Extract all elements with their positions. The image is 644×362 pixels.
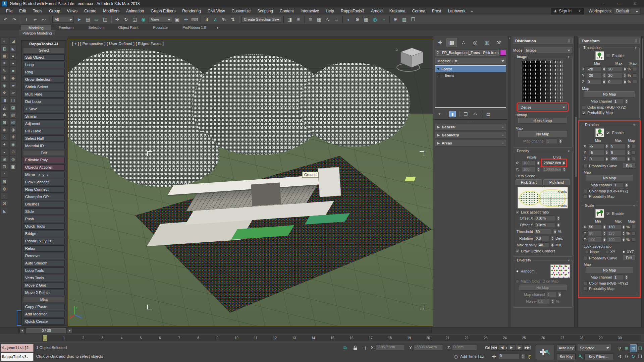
distribution-mode-dropdown[interactable]: Image	[524, 47, 572, 53]
lock-xy-radio[interactable]	[605, 250, 609, 254]
tool-icon[interactable]: ◫	[9, 97, 17, 104]
tool-icon[interactable]: ⊟	[1, 163, 8, 170]
select-and-link-icon[interactable]: ≀	[22, 15, 31, 23]
spinner[interactable]	[627, 150, 630, 155]
spinner[interactable]	[627, 156, 630, 162]
spinner[interactable]	[602, 73, 606, 78]
current-frame-field[interactable]: 0	[498, 353, 519, 359]
menu-tools[interactable]: Tools	[30, 7, 46, 15]
min-field[interactable]: 0	[588, 156, 604, 162]
coord-y-field[interactable]: -3308.454cm	[414, 345, 443, 350]
rollout-distribution[interactable]: Distribution ⠿	[513, 38, 573, 44]
render-production-icon[interactable]: ◍	[371, 15, 379, 23]
schematic-view-icon[interactable]: ⌗	[332, 15, 341, 23]
modify-tab[interactable]: ▩	[446, 38, 457, 47]
next-frame-arrow[interactable]: ▸	[67, 328, 72, 333]
previous-frame-arrow[interactable]: ◂	[19, 328, 25, 333]
group-collapse-icon[interactable]: »	[633, 124, 636, 126]
ribbon-tab-populate[interactable]: Populate	[146, 25, 175, 30]
tool-icon[interactable]: ◪	[9, 104, 17, 111]
tool-icon[interactable]: ◒	[1, 148, 8, 155]
min-field[interactable]: 80	[588, 231, 602, 236]
rappatools-button-loop-tools[interactable]: Loop Tools	[23, 267, 65, 274]
max-density-field[interactable]: 40	[538, 242, 549, 248]
max-field[interactable]: 120	[607, 231, 621, 236]
spinner[interactable]	[562, 167, 566, 172]
ribbon-tab-freeform[interactable]: Freeform	[51, 25, 81, 30]
redo-icon[interactable]: ↷	[10, 15, 18, 23]
spinner[interactable]	[521, 353, 525, 360]
tool-icon[interactable]: ◣	[1, 207, 8, 214]
tool-icon[interactable]: ▲	[9, 52, 17, 59]
tool-icon[interactable]: ◍	[1, 185, 8, 192]
rappatools-button-shrink-select[interactable]: Shrink Select	[23, 84, 65, 90]
rappatools-button-flow-connect[interactable]: Flow Connect	[23, 179, 65, 185]
tool-icon[interactable]: ⌂	[1, 133, 8, 140]
viewcube[interactable]: ⌂	[393, 45, 430, 76]
create-tab[interactable]: ✚	[435, 38, 445, 47]
tool-icon[interactable]: ⊞	[1, 156, 8, 163]
spinner[interactable]	[556, 216, 560, 221]
utilities-tab[interactable]: ⚒	[493, 38, 504, 47]
map-channel-field[interactable]: 1	[546, 138, 557, 144]
menu-rappatools3[interactable]: RappaTools3	[337, 7, 368, 15]
tool-icon[interactable]: ◨	[1, 97, 8, 104]
max-field[interactable]: 0	[607, 79, 622, 84]
go-to-end-button[interactable]: ▶▶|	[524, 344, 531, 351]
rotation-probability-curve-checkbox[interactable]	[584, 164, 588, 168]
time-slider-track[interactable]	[18, 328, 432, 333]
graphite-ribbon-icon[interactable]: ▦	[315, 15, 323, 23]
tool-icon[interactable]: ◎	[9, 126, 17, 133]
lock-none-radio[interactable]	[585, 250, 589, 254]
set-keys-button[interactable]: ✚	[536, 345, 554, 360]
tool-icon[interactable]: ◐	[1, 38, 8, 45]
select-and-move-icon[interactable]: ✛	[113, 15, 121, 23]
ribbon-tab-proribbon-1-0[interactable]: ProRibbon 1.0	[175, 25, 213, 30]
menu-views[interactable]: Views	[63, 7, 81, 15]
show-end-result-icon[interactable]: ▮	[449, 111, 456, 117]
mirror-icon[interactable]: ◨	[285, 15, 294, 23]
menu-create[interactable]: Create	[81, 7, 100, 15]
spinner[interactable]	[622, 231, 626, 236]
max-field[interactable]: 130	[607, 224, 621, 230]
min-field[interactable]: 0	[586, 79, 601, 84]
map-checkbox[interactable]	[633, 67, 637, 71]
spinner[interactable]	[603, 237, 606, 242]
coord-z-field[interactable]: 0.0cm	[452, 345, 477, 350]
diversity-map-button[interactable]: No Map	[519, 285, 567, 291]
modifier-list-dropdown[interactable]: Modifier List	[435, 58, 506, 64]
menu-content[interactable]: Content	[276, 7, 297, 15]
spinner[interactable]	[562, 160, 566, 166]
rotation-enable-checkbox[interactable]	[606, 131, 610, 135]
min-field[interactable]: 100	[588, 237, 602, 242]
pick-start-button[interactable]: Pick Start	[516, 179, 542, 185]
rappatools-button-similar[interactable]: Similar	[23, 113, 65, 120]
tool-icon[interactable]: ⊙	[9, 148, 17, 155]
density-y-units-field[interactable]: 10000.0cm	[542, 167, 561, 172]
ribbon-options-chevron-icon[interactable]: ▾	[213, 25, 222, 30]
maximize-button[interactable]: □	[616, 1, 621, 6]
select-object-icon[interactable]: ➤	[75, 15, 83, 23]
menu-modifiers[interactable]: Modifiers	[100, 7, 123, 15]
select-and-scale-icon[interactable]: ◱	[130, 15, 139, 23]
scale-probability-curve-checkbox[interactable]	[584, 256, 588, 260]
lock-xyz-radio[interactable]	[622, 250, 626, 254]
tool-icon[interactable]: ▱	[9, 89, 17, 96]
rappatools-button-material-id[interactable]: Material ID	[23, 143, 65, 149]
isolate-selection-icon[interactable]: ⧉	[341, 345, 349, 351]
maxscript-mini-listener-line2[interactable]: RappaTools3.	[1, 353, 34, 361]
walk-through-icon[interactable]: ⚇	[623, 352, 630, 360]
rotation-probability-map-checkbox[interactable]	[584, 194, 588, 198]
random-radio[interactable]	[516, 269, 519, 273]
spinner[interactable]	[602, 79, 606, 84]
spinner[interactable]	[622, 224, 626, 230]
tool-icon[interactable]: ◉	[1, 82, 8, 89]
map-checkbox[interactable]	[631, 231, 635, 235]
noise-field[interactable]: 0.0	[537, 299, 550, 304]
spinner[interactable]	[550, 242, 554, 248]
offset-x-field[interactable]: 0.0cm	[534, 216, 555, 221]
rappatools-button-brushes[interactable]: Brushes	[23, 201, 65, 207]
previous-frame-button[interactable]: ◀|	[499, 344, 506, 351]
rappatools-button-copy-paste[interactable]: Copy / Paste	[23, 304, 65, 310]
image-map-button[interactable]: No Map	[518, 131, 567, 137]
